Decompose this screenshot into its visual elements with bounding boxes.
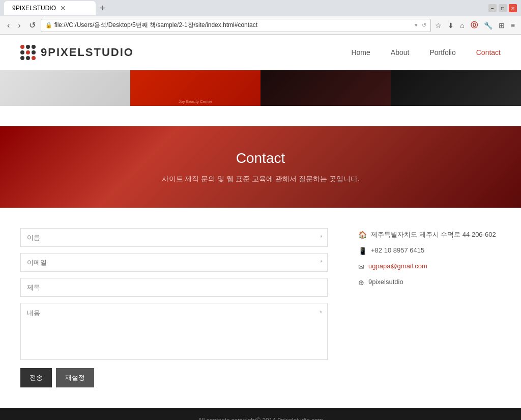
home-nav-button[interactable]: ⌂ — [458, 20, 466, 31]
tools-button[interactable]: 🔧 — [482, 20, 495, 31]
footer-text: All contents copyright© 2014 9pixelstudi… — [198, 417, 323, 420]
contact-hero-subtitle: 사이트 제작 문의 및 웹 표준 교육에 관해서 질문하는 곳입니다. — [162, 175, 360, 184]
address-text: 제주특별자치도 제주시 수덕로 44 206-602 — [371, 230, 496, 239]
star-button[interactable]: ☆ — [433, 20, 444, 31]
nav-home[interactable]: Home — [351, 48, 370, 57]
refresh-button[interactable]: ↺ — [26, 19, 39, 31]
contact-info: 🏠 제주특별자치도 제주시 수덕로 44 206-602 📱 +82 10 89… — [358, 228, 501, 387]
content-textarea[interactable] — [21, 303, 327, 359]
tab-title: 9PIXELSTUDIO — [12, 5, 56, 12]
extension-button[interactable]: ⓪ — [469, 20, 480, 31]
reset-button[interactable]: 재설정 — [56, 368, 94, 387]
nav-about[interactable]: About — [391, 48, 410, 57]
address-dropdown-icon[interactable]: ▾ — [415, 22, 418, 29]
name-input[interactable] — [20, 228, 328, 247]
logo-dot-9 — [32, 56, 36, 60]
forward-button[interactable]: › — [15, 20, 23, 31]
page-content: 9PIXELSTUDIO Home About Portfolio Contac… — [0, 35, 521, 420]
browser-toolbar: ☆ ⬇ ⌂ ⓪ 🔧 ⊞ ≡ — [433, 20, 517, 31]
address-info: 🏠 제주특별자치도 제주시 수덕로 44 206-602 — [358, 230, 501, 239]
address-icon: 🏠 — [358, 231, 367, 239]
portfolio-thumb-4[interactable] — [391, 70, 521, 106]
back-button[interactable]: ‹ — [4, 20, 13, 31]
phone-info: 📱 +82 10 8957 6415 — [358, 246, 501, 255]
contact-hero-title: Contact — [236, 150, 285, 166]
content-required-star: * — [320, 310, 322, 317]
menu-button[interactable]: ≡ — [509, 20, 517, 31]
contact-section: * * * 전송 재설정 — [0, 218, 521, 408]
email-input[interactable] — [20, 253, 328, 272]
address-bar[interactable]: 🔒 file:///C:/Users/용석/Desktop/5번째 책/samp… — [41, 19, 431, 32]
social-info: ⊕ 9pixelsutdio — [358, 278, 501, 287]
logo-text: 9PIXELSTUDIO — [41, 46, 134, 59]
new-tab-button[interactable]: + — [100, 3, 105, 14]
logo-dots — [20, 45, 36, 60]
logo-dot-4 — [20, 50, 24, 54]
form-buttons: 전송 재설정 — [20, 368, 328, 387]
logo-dot-8 — [26, 56, 30, 60]
email-field-wrap: * — [20, 253, 328, 272]
portfolio-strip: Joy Beauty Center — [0, 70, 521, 106]
subject-field-wrap — [20, 278, 328, 297]
nav-portfolio[interactable]: Portfolio — [429, 48, 455, 57]
address-refresh-icon[interactable]: ↺ — [422, 22, 426, 29]
name-required-star: * — [320, 234, 323, 241]
title-bar: 9PIXELSTUDIO ✕ + − □ ✕ — [0, 0, 521, 16]
submit-button[interactable]: 전송 — [20, 368, 52, 387]
apps-button[interactable]: ⊞ — [497, 20, 507, 31]
portfolio-thumb-2[interactable]: Joy Beauty Center — [130, 70, 260, 106]
logo-dot-1 — [20, 45, 24, 49]
portfolio-thumb-1[interactable] — [0, 70, 130, 106]
portfolio-thumb-3[interactable] — [260, 70, 391, 106]
contact-hero: Contact 사이트 제작 문의 및 웹 표준 교육에 관해서 질문하는 곳입… — [0, 126, 521, 208]
email-required-star: * — [320, 259, 323, 266]
phone-text: +82 10 8957 6415 — [371, 246, 424, 254]
email-icon: ✉ — [358, 263, 364, 271]
contact-form: * * * 전송 재설정 — [20, 228, 328, 387]
site-logo: 9PIXELSTUDIO — [20, 45, 134, 60]
spacer-1 — [0, 106, 521, 126]
minimize-button[interactable]: − — [488, 4, 497, 12]
social-text: 9pixelsutdio — [368, 278, 403, 286]
social-icon: ⊕ — [358, 278, 364, 287]
thumb-image-2: Joy Beauty Center — [130, 70, 260, 106]
address-text: file:///C:/Users/용석/Desktop/5번째 책/sample… — [54, 21, 413, 30]
email-info: ✉ ugpapa@gmail.com — [358, 262, 501, 271]
spacer-2 — [0, 208, 521, 218]
logo-dot-3 — [32, 45, 36, 49]
subject-input[interactable] — [20, 278, 328, 297]
tab-close-button[interactable]: ✕ — [60, 4, 66, 12]
window-controls: − □ ✕ — [488, 4, 517, 12]
navigation-bar: ‹ › ↺ 🔒 file:///C:/Users/용석/Desktop/5번째 … — [0, 16, 521, 35]
address-lock-icon: 🔒 — [45, 22, 52, 29]
maximize-button[interactable]: □ — [499, 4, 507, 12]
download-button[interactable]: ⬇ — [446, 20, 456, 31]
logo-dot-5 — [26, 50, 30, 54]
thumb-image-4 — [391, 70, 521, 106]
site-header: 9PIXELSTUDIO Home About Portfolio Contac… — [0, 35, 521, 70]
name-field-wrap: * — [20, 228, 328, 247]
browser-tab[interactable]: 9PIXELSTUDIO ✕ — [4, 1, 96, 15]
site-navigation: Home About Portfolio Contact — [351, 48, 501, 57]
close-button[interactable]: ✕ — [509, 4, 517, 12]
email-link[interactable]: ugpapa@gmail.com — [368, 262, 427, 270]
thumb-image-1 — [0, 70, 130, 106]
logo-dot-2 — [26, 45, 30, 49]
logo-dot-6 — [32, 50, 36, 54]
nav-contact[interactable]: Contact — [476, 48, 501, 57]
phone-icon: 📱 — [358, 247, 367, 255]
thumb-image-3 — [260, 70, 391, 106]
logo-dot-7 — [20, 56, 24, 60]
content-field-wrap: * — [20, 303, 328, 360]
site-footer: All contents copyright© 2014 9pixelstudi… — [0, 408, 521, 420]
